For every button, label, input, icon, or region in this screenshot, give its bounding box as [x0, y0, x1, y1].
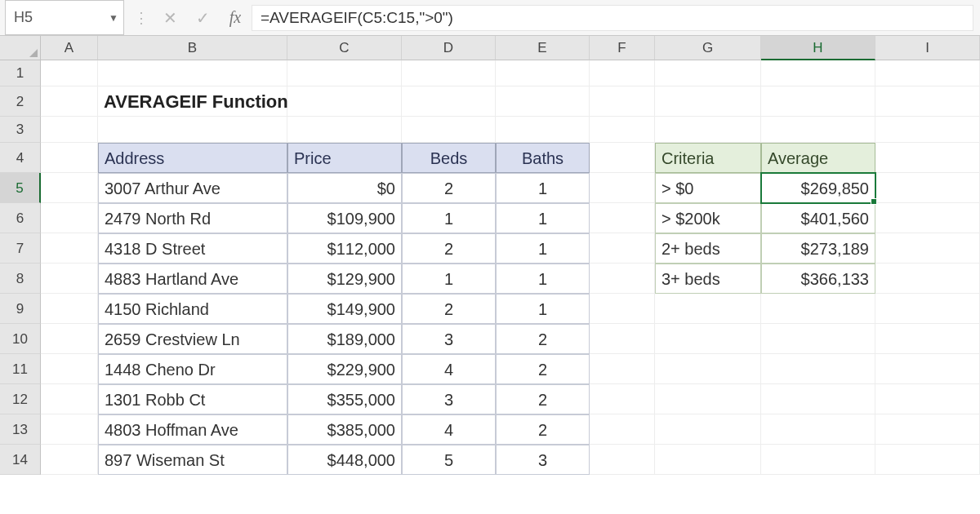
cell-B10[interactable]: 2659 Crestview Ln: [98, 324, 287, 354]
cell-C1[interactable]: [287, 60, 402, 86]
cell-A14[interactable]: [41, 445, 98, 475]
col-header-F[interactable]: F: [590, 36, 655, 60]
cell-E8[interactable]: 1: [496, 264, 590, 294]
cell-C8[interactable]: $129,900: [287, 264, 402, 294]
col-header-G[interactable]: G: [655, 36, 761, 60]
cell-F5[interactable]: [590, 173, 655, 203]
cell-C12[interactable]: $355,000: [287, 384, 402, 414]
cell-D9[interactable]: 2: [402, 294, 496, 324]
cell-A11[interactable]: [41, 354, 98, 384]
cell-A2[interactable]: [41, 86, 98, 117]
cell-I8[interactable]: [875, 264, 980, 294]
row-header-13[interactable]: 13: [0, 414, 41, 445]
cell-A8[interactable]: [41, 264, 98, 294]
cell-E3[interactable]: [496, 117, 590, 143]
name-box[interactable]: H5 ▼: [5, 0, 124, 35]
cell-H7[interactable]: $273,189: [761, 233, 875, 264]
cell-F6[interactable]: [590, 203, 655, 233]
cell-B13[interactable]: 4803 Hoffman Ave: [98, 414, 287, 445]
cell-G9[interactable]: [655, 294, 761, 324]
cell-H3[interactable]: [761, 117, 875, 143]
cell-G13[interactable]: [655, 414, 761, 445]
cell-C10[interactable]: $189,000: [287, 324, 402, 354]
cell-I5[interactable]: [875, 173, 980, 203]
cell-E1[interactable]: [496, 60, 590, 86]
row-header-6[interactable]: 6: [0, 203, 41, 233]
cell-G5[interactable]: > $0: [655, 173, 761, 203]
cell-I12[interactable]: [875, 384, 980, 414]
cell-D4[interactable]: Beds: [402, 143, 496, 173]
row-header-7[interactable]: 7: [0, 233, 41, 264]
cell-G11[interactable]: [655, 354, 761, 384]
cell-C13[interactable]: $385,000: [287, 414, 402, 445]
cell-A5[interactable]: [41, 173, 98, 203]
cell-G10[interactable]: [655, 324, 761, 354]
row-header-11[interactable]: 11: [0, 354, 41, 384]
cell-D5[interactable]: 2: [402, 173, 496, 203]
row-header-1[interactable]: 1: [0, 60, 41, 86]
cell-H4[interactable]: Average: [761, 143, 875, 173]
col-header-A[interactable]: A: [41, 36, 98, 60]
cell-G8[interactable]: 3+ beds: [655, 264, 761, 294]
col-header-E[interactable]: E: [496, 36, 590, 60]
cell-E5[interactable]: 1: [496, 173, 590, 203]
cell-C4[interactable]: Price: [287, 143, 402, 173]
cell-G7[interactable]: 2+ beds: [655, 233, 761, 264]
cell-E7[interactable]: 1: [496, 233, 590, 264]
row-header-14[interactable]: 14: [0, 445, 41, 475]
row-header-12[interactable]: 12: [0, 384, 41, 414]
row-header-5[interactable]: 5: [0, 173, 41, 203]
cell-G2[interactable]: [655, 86, 761, 117]
cell-H14[interactable]: [761, 445, 875, 475]
cell-D12[interactable]: 3: [402, 384, 496, 414]
cell-C6[interactable]: $109,900: [287, 203, 402, 233]
cell-D11[interactable]: 4: [402, 354, 496, 384]
cell-D1[interactable]: [402, 60, 496, 86]
cell-C5[interactable]: $0: [287, 173, 402, 203]
cell-E2[interactable]: [496, 86, 590, 117]
cell-G1[interactable]: [655, 60, 761, 86]
cell-E13[interactable]: 2: [496, 414, 590, 445]
cell-D2[interactable]: [402, 86, 496, 117]
cell-I3[interactable]: [875, 117, 980, 143]
cell-F9[interactable]: [590, 294, 655, 324]
cell-A4[interactable]: [41, 143, 98, 173]
row-header-8[interactable]: 8: [0, 264, 41, 294]
cell-H10[interactable]: [761, 324, 875, 354]
cell-D13[interactable]: 4: [402, 414, 496, 445]
cell-C7[interactable]: $112,000: [287, 233, 402, 264]
fx-icon[interactable]: fx: [219, 8, 252, 27]
cell-B11[interactable]: 1448 Cheno Dr: [98, 354, 287, 384]
cell-C2[interactable]: [287, 86, 402, 117]
cell-F8[interactable]: [590, 264, 655, 294]
cell-B7[interactable]: 4318 D Street: [98, 233, 287, 264]
cell-B6[interactable]: 2479 North Rd: [98, 203, 287, 233]
cell-I9[interactable]: [875, 294, 980, 324]
cell-A7[interactable]: [41, 233, 98, 264]
name-box-dropdown-icon[interactable]: ▼: [104, 12, 123, 24]
cell-D10[interactable]: 3: [402, 324, 496, 354]
cell-F4[interactable]: [590, 143, 655, 173]
cell-H11[interactable]: [761, 354, 875, 384]
cell-E10[interactable]: 2: [496, 324, 590, 354]
formula-input[interactable]: =AVERAGEIF(C5:C15,">0"): [252, 5, 973, 31]
cell-F11[interactable]: [590, 354, 655, 384]
cell-H2[interactable]: [761, 86, 875, 117]
cell-G3[interactable]: [655, 117, 761, 143]
cell-A13[interactable]: [41, 414, 98, 445]
cell-F10[interactable]: [590, 324, 655, 354]
cell-A9[interactable]: [41, 294, 98, 324]
cell-H6[interactable]: $401,560: [761, 203, 875, 233]
cell-A3[interactable]: [41, 117, 98, 143]
cell-H1[interactable]: [761, 60, 875, 86]
cell-B8[interactable]: 4883 Hartland Ave: [98, 264, 287, 294]
cell-G12[interactable]: [655, 384, 761, 414]
cell-F13[interactable]: [590, 414, 655, 445]
cell-D14[interactable]: 5: [402, 445, 496, 475]
cell-I11[interactable]: [875, 354, 980, 384]
cell-G4[interactable]: Criteria: [655, 143, 761, 173]
cell-I14[interactable]: [875, 445, 980, 475]
cell-H13[interactable]: [761, 414, 875, 445]
col-header-C[interactable]: C: [287, 36, 402, 60]
cell-H5[interactable]: $269,850: [761, 173, 875, 203]
